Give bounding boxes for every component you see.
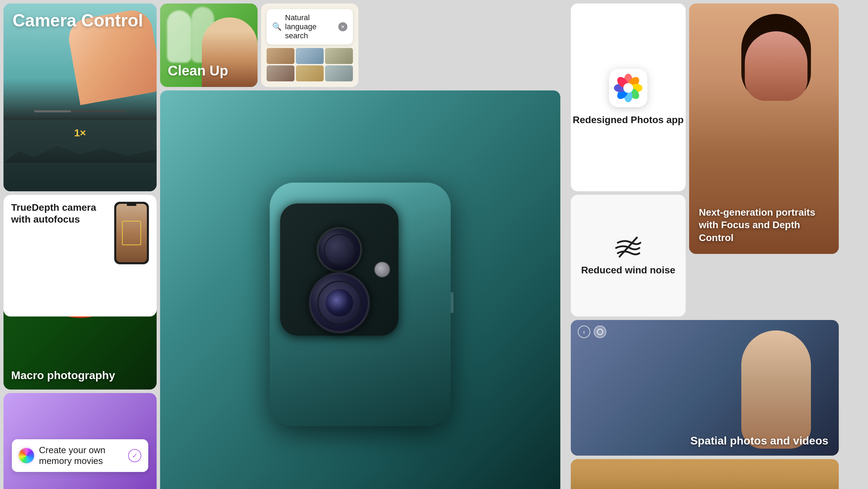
wind-label: Reduced wind noise	[581, 265, 676, 276]
svg-point-8	[623, 83, 633, 93]
search-icon: 🔍	[272, 22, 282, 31]
face-box	[122, 221, 141, 245]
clean-up-label: Clean Up	[168, 63, 228, 79]
iphone-side-body	[270, 183, 451, 426]
photos-app-tile: Redesigned Photos app	[571, 3, 686, 191]
memory-text: Create your own memory movies	[39, 445, 123, 466]
photos-flower-icon	[613, 72, 644, 104]
flash-button	[374, 262, 390, 278]
phone-mockup	[114, 202, 149, 264]
search-photo-2	[296, 48, 324, 64]
search-photo-4	[267, 65, 294, 81]
truedepth-text: TrueDepth camera with autofocus	[11, 202, 109, 225]
search-photo-6	[325, 65, 353, 81]
fusion-tile: 48MP Fusion camera with 2x Telephoto	[571, 459, 839, 489]
phone-screen	[116, 204, 147, 262]
canyon-bg	[571, 459, 839, 489]
search-tile: 🔍 Natural language search ✕	[261, 3, 358, 87]
spatial-label: Spatial photos and videos	[691, 434, 829, 447]
clean-up-tile: Clean Up	[160, 3, 258, 87]
memory-input-container[interactable]: Create your own memory movies ✓	[12, 439, 148, 472]
wind-icon	[614, 236, 642, 258]
photos-app-icon	[609, 69, 647, 107]
search-input-value[interactable]: Natural language search	[285, 13, 335, 40]
macro-label: Macro photography	[11, 369, 115, 382]
camera-slider-bar	[34, 110, 126, 112]
person-glow-1	[167, 10, 191, 63]
side-button	[451, 292, 453, 313]
truedepth-title: TrueDepth camera with autofocus	[11, 202, 109, 225]
lens-bottom	[309, 272, 370, 333]
zoom-label: 1×	[74, 127, 86, 139]
wind-tile: Reduced wind noise	[571, 195, 686, 316]
spatial-tile: ‹ Spatial photos and videos	[571, 320, 839, 456]
search-photo-1	[267, 48, 294, 64]
search-photo-3	[325, 48, 353, 64]
portraits-tile: Next-generation portraits with Focus and…	[689, 3, 839, 254]
lens-module	[280, 203, 399, 336]
memory-siri-icon	[19, 448, 34, 463]
portraits-label: Next-generation portraits with Focus and…	[699, 206, 829, 244]
spatial-ui-overlay: ‹	[578, 326, 606, 338]
truedepth-tile: TrueDepth camera with autofocus	[3, 195, 157, 316]
photos-app-title: Redesigned Photos app	[573, 114, 684, 126]
memory-tile: Create your own memory movies ✓	[3, 393, 157, 489]
center-camera-tile	[160, 90, 560, 489]
lens-top	[317, 227, 362, 272]
camera-control-tile: Camera Control 1×	[3, 3, 157, 191]
search-photo-5	[296, 65, 324, 81]
camera-control-title: Camera Control	[13, 11, 143, 30]
search-clear-icon[interactable]: ✕	[338, 22, 347, 31]
search-bar[interactable]: 🔍 Natural language search ✕	[267, 9, 353, 45]
memory-confirm-icon[interactable]: ✓	[128, 449, 141, 462]
phone-notch	[127, 204, 136, 206]
search-photo-grid	[267, 48, 353, 81]
